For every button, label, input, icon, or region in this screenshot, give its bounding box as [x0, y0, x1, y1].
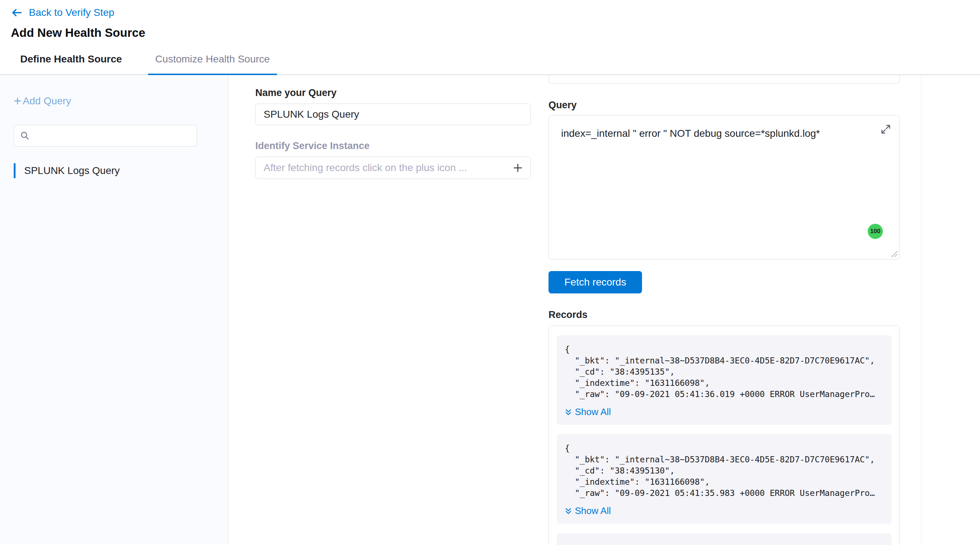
query-name-input[interactable]: [255, 103, 531, 125]
selected-indicator-bar: [14, 163, 16, 178]
tab-customize-health-source[interactable]: Customize Health Source: [148, 53, 277, 74]
query-editor[interactable]: index=_internal " error " NOT debug sour…: [549, 115, 900, 259]
page-title: Add New Health Source: [11, 26, 980, 40]
service-instance-field: [255, 157, 531, 179]
show-all-link[interactable]: Show All: [565, 407, 611, 418]
show-all-label[interactable]: Show All: [575, 407, 611, 418]
record-count-badge: 100: [868, 224, 883, 239]
tab-define-health-source[interactable]: Define Health Source: [13, 53, 129, 74]
partially-visible-input[interactable]: [549, 75, 900, 84]
show-all-link[interactable]: Show All: [565, 505, 611, 516]
page-header: Back to Verify Step Add New Health Sourc…: [0, 0, 980, 75]
query-list-item-splunk-logs-query[interactable]: SPLUNK Logs Query: [14, 162, 228, 179]
record-json: { "_bkt": "_internal~38~D537D8B4-3EC0-4D…: [565, 344, 884, 400]
query-list: SPLUNK Logs Query: [14, 162, 228, 179]
show-all-label[interactable]: Show All: [575, 505, 611, 516]
fetch-records-button[interactable]: Fetch records: [549, 271, 642, 294]
query-search-input[interactable]: [30, 130, 191, 141]
double-chevron-down-icon[interactable]: [565, 408, 572, 416]
query-records-column: Query index=_internal " error " NOT debu…: [549, 75, 900, 545]
back-link-label[interactable]: Back to Verify Step: [29, 7, 115, 18]
record-card: { "_bkt": "_internal~38~D537D8B4-3EC0-4D…: [557, 434, 891, 524]
expand-icon[interactable]: [877, 121, 894, 138]
record-card-partial: [557, 533, 891, 545]
query-text[interactable]: index=_internal " error " NOT debug sour…: [561, 128, 820, 139]
records-list: { "_bkt": "_internal~38~D537D8B4-3EC0-4D…: [557, 335, 891, 524]
records-panel: { "_bkt": "_internal~38~D537D8B4-3EC0-4D…: [549, 326, 900, 545]
record-card: { "_bkt": "_internal~38~D537D8B4-3EC0-4D…: [557, 335, 891, 425]
service-instance-plus-button[interactable]: [510, 160, 526, 176]
plus-icon[interactable]: +: [14, 96, 21, 106]
tab-bar: Define Health Source Customize Health So…: [0, 53, 980, 74]
add-query-label[interactable]: Add Query: [23, 95, 71, 107]
resize-grip-icon[interactable]: [889, 249, 898, 258]
query-search-box[interactable]: [14, 125, 197, 146]
back-link[interactable]: Back to Verify Step: [11, 5, 980, 20]
add-query-button[interactable]: + Add Query: [14, 95, 71, 107]
service-instance-input[interactable]: [255, 157, 531, 179]
magnifier-icon: [20, 131, 30, 141]
name-your-query-label: Name your Query: [255, 87, 531, 99]
query-sidebar: + Add Query SPLUNK Logs Query: [0, 75, 228, 544]
arrow-left-icon[interactable]: [11, 6, 23, 19]
records-label: Records: [549, 309, 900, 321]
identify-service-instance-label: Identify Service Instance: [255, 140, 531, 152]
main-panel: Name your Query Identify Service Instanc…: [228, 75, 980, 544]
query-item-label[interactable]: SPLUNK Logs Query: [24, 165, 120, 176]
query-form-column: Name your Query Identify Service Instanc…: [255, 75, 531, 179]
double-chevron-down-icon[interactable]: [565, 507, 572, 515]
record-json: { "_bkt": "_internal~38~D537D8B4-3EC0-4D…: [565, 443, 884, 499]
query-label: Query: [549, 100, 900, 111]
content: + Add Query SPLUNK Logs Query Name your …: [0, 75, 980, 544]
panel-right-divider: [921, 75, 921, 544]
